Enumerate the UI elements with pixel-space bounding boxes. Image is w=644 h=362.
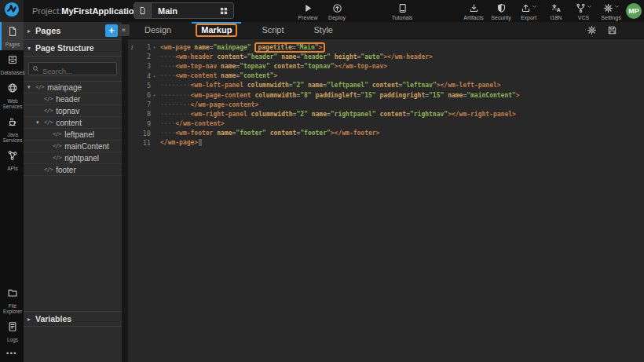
tree-item-header[interactable]: </>header bbox=[24, 93, 122, 105]
deploy-icon bbox=[332, 3, 342, 13]
code-token: <wm-footer bbox=[175, 130, 213, 137]
code-token: "15" bbox=[360, 92, 375, 99]
markup-code-editor[interactable]: i1▾<wm-page name="mainpage" pagetitle="M… bbox=[128, 39, 644, 148]
rail-item-label: Logs bbox=[7, 337, 18, 342]
line-number: 4 bbox=[135, 72, 151, 80]
topbar-action-preview[interactable]: Preview bbox=[297, 3, 319, 20]
code-line[interactable]: 8········<wm-right-panel columnwidth="2"… bbox=[128, 109, 644, 119]
app-logo[interactable] bbox=[0, 0, 24, 22]
add-page-button[interactable]: + bbox=[105, 24, 118, 37]
topbar-action-vcs[interactable]: VCS bbox=[573, 3, 595, 20]
tree-item-label: rightpanel bbox=[64, 154, 99, 163]
lint-info-icon: i bbox=[128, 44, 135, 51]
rail-item-databases[interactable]: Databases bbox=[0, 50, 24, 79]
code-token: name bbox=[281, 53, 296, 60]
indent-guides: ········ bbox=[160, 82, 191, 89]
code-line[interactable]: 5········<wm-left-panel columnwidth="2" … bbox=[128, 81, 644, 90]
page-structure-tree: ▾</>mainpage</>header</>topnav▾</>conten… bbox=[24, 81, 122, 176]
tab-markup[interactable]: Markup bbox=[196, 22, 237, 39]
code-token: ></wm-top-nav> bbox=[335, 63, 387, 70]
indent-guides: ········ bbox=[160, 92, 191, 99]
code-line[interactable]: 7········</wm-page-content> bbox=[128, 100, 644, 109]
code-token: </wm-content> bbox=[175, 120, 225, 127]
code-line[interactable]: 6▾········<wm-page-content columnwidth="… bbox=[128, 90, 644, 100]
save-button[interactable] bbox=[607, 25, 617, 35]
topbar-action-settings[interactable]: Settings bbox=[600, 3, 622, 20]
code-line[interactable]: 3····<wm-top-nav name="topnav" content="… bbox=[128, 61, 644, 71]
rail-bottom-items: File ExplorerLogs bbox=[0, 283, 24, 346]
rail-item-file-explorer[interactable]: File Explorer bbox=[0, 283, 24, 317]
tree-item-leftpanel[interactable]: </>leftpanel bbox=[24, 129, 122, 141]
topbar-action-artifacts[interactable]: Artifacts bbox=[463, 3, 485, 20]
code-token: "leftpanel" bbox=[327, 82, 368, 89]
code-token: content bbox=[372, 82, 399, 89]
code-token: "rightpanel" bbox=[331, 111, 376, 118]
topbar-action-security[interactable]: Security bbox=[490, 3, 512, 20]
rail-item-label: Databases bbox=[0, 70, 24, 75]
tree-item-label: mainContent bbox=[64, 142, 109, 151]
rail-item-java-services[interactable]: Java Services bbox=[0, 112, 24, 146]
code-token: "topnav" bbox=[304, 63, 335, 70]
tree-item-content[interactable]: ▾</>content bbox=[24, 117, 122, 129]
code-token: "leftnav" bbox=[402, 82, 436, 89]
variables-header[interactable]: ▸ Variables bbox=[24, 311, 122, 327]
code-line[interactable]: 2····<wm-header content="header" name="h… bbox=[128, 52, 644, 61]
code-token: "15" bbox=[429, 92, 444, 99]
tab-style[interactable]: Style bbox=[309, 22, 338, 39]
pages-panel-header[interactable]: ▸ Pages + bbox=[24, 22, 122, 40]
code-line[interactable]: i1▾<wm-page name="mainpage" pagetitle="M… bbox=[128, 42, 644, 52]
topbar-action-label: VCS bbox=[578, 15, 589, 20]
code-token: height bbox=[335, 53, 357, 60]
rail-item-apis[interactable]: APIs bbox=[0, 146, 24, 174]
indent-guides: ···· bbox=[160, 130, 175, 137]
code-token: pagetitle bbox=[258, 44, 291, 51]
tab-design[interactable]: Design bbox=[139, 22, 177, 39]
topbar-action-deploy[interactable]: Deploy bbox=[326, 3, 348, 20]
rail-item-pages[interactable]: Pages bbox=[0, 22, 24, 50]
code-token: > bbox=[319, 44, 323, 51]
collapse-panel-button[interactable]: « bbox=[118, 24, 130, 36]
rail-item-logs[interactable]: Logs bbox=[0, 317, 24, 346]
code-token: "mainpage" bbox=[213, 44, 251, 51]
code-token: name bbox=[217, 130, 232, 137]
tree-item-footer[interactable]: </>footer bbox=[24, 164, 122, 176]
page-structure-header[interactable]: ▾ Page Structure bbox=[24, 40, 122, 57]
page-selector[interactable]: Main bbox=[134, 2, 234, 19]
topbar-action-export[interactable]: Export bbox=[518, 3, 540, 20]
code-line[interactable]: 4▾····<wm-content name="content"> bbox=[128, 71, 644, 81]
fold-icon[interactable]: ▾ bbox=[151, 93, 158, 97]
code-line[interactable]: 10····<wm-footer name="footer" content="… bbox=[128, 129, 644, 138]
code-line[interactable]: 9····</wm-content> bbox=[128, 119, 644, 129]
widget-code-icon: </> bbox=[44, 119, 53, 126]
chevron-down-icon bbox=[586, 0, 592, 13]
tree-item-topnav[interactable]: </>topnav bbox=[24, 105, 122, 117]
tree-item-maincontent[interactable]: </>mainContent bbox=[24, 141, 122, 152]
code-token: "rightnav" bbox=[410, 111, 448, 118]
topbar-action-tutorials[interactable]: Tutorials bbox=[391, 3, 413, 20]
fold-icon[interactable]: ▾ bbox=[151, 45, 158, 49]
editor-settings-button[interactable] bbox=[587, 25, 597, 35]
fold-icon[interactable]: ▾ bbox=[151, 74, 158, 79]
code-token: "content" bbox=[240, 72, 273, 79]
grid-icon[interactable] bbox=[214, 6, 233, 16]
indent-guides: ········ bbox=[160, 101, 191, 108]
branch-icon bbox=[576, 3, 586, 13]
code-token: ></wm-left-panel> bbox=[437, 82, 501, 89]
code-token: "header" bbox=[300, 53, 331, 60]
tree-item-label: leftpanel bbox=[64, 130, 94, 139]
user-avatar[interactable]: MP bbox=[626, 3, 642, 19]
code-token: name bbox=[221, 72, 236, 79]
code-token: ></wm-header> bbox=[383, 53, 433, 60]
tree-item-rightpanel[interactable]: </>rightpanel bbox=[24, 152, 122, 164]
search-input[interactable] bbox=[29, 65, 116, 77]
tab-script[interactable]: Script bbox=[256, 22, 289, 39]
caret-down-icon: ▾ bbox=[27, 84, 35, 90]
rail-item-web-services[interactable]: Web Services bbox=[0, 79, 24, 112]
tree-item-mainpage[interactable]: ▾</>mainpage bbox=[24, 82, 122, 93]
topbar-action-i18n[interactable]: AI18N bbox=[545, 3, 567, 20]
code-token: </wm-page> bbox=[160, 139, 198, 146]
code-line[interactable]: 11</wm-page> bbox=[128, 138, 644, 148]
code-text: ····<wm-top-nav name="topnav" content="t… bbox=[158, 63, 387, 70]
more-options-button[interactable]: ••• bbox=[0, 346, 24, 362]
code-token: <wm-right-panel bbox=[191, 111, 247, 118]
